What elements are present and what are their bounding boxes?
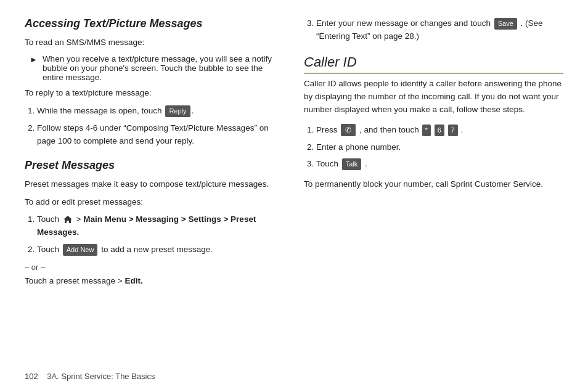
preset-messages-section: Preset Messages Preset messages make it …: [25, 159, 284, 288]
caller-id-step-2: Enter a phone number.: [316, 141, 563, 154]
caller-id-step-1-middle: , and then touch: [359, 125, 422, 134]
right-column: Enter your new message or changes and to…: [304, 17, 563, 293]
reply-step-1-period: .: [192, 106, 194, 115]
preset-intro: Preset messages make it easy to compose …: [25, 178, 284, 191]
save-button-inline: Save: [494, 18, 517, 30]
reply-button-inline: Reply: [165, 105, 190, 117]
preset-step-2: Touch Add New to add a new preset messag…: [37, 243, 284, 256]
caller-id-intro: Caller ID allows people to identify a ca…: [304, 78, 563, 116]
top-step-list: Enter your new message or changes and to…: [304, 17, 563, 43]
caller-id-step-3-touch: Touch: [316, 159, 341, 168]
read-sms-intro: To read an SMS/MMS message:: [25, 36, 284, 49]
edit-bold: Edit.: [125, 276, 142, 285]
caller-id-steps-list: Press ✆ , and then touch * 6 7 . Enter a…: [304, 124, 563, 171]
reply-step-2-text: Follow steps 4-6 under “Composing Text/P…: [37, 123, 269, 145]
reply-step-2: Follow steps 4-6 under “Composing Text/P…: [37, 122, 284, 148]
accessing-messages-heading: Accessing Text/Picture Messages: [25, 17, 284, 30]
page-footer: 102 3A. Sprint Service: The Basics: [25, 372, 155, 381]
block-number-text: To permanently block your number, call S…: [304, 178, 563, 191]
add-edit-intro: To add or edit preset messages:: [25, 196, 284, 209]
reply-step-1-text-before: While the message is open, touch: [37, 106, 164, 115]
top-step-3: Enter your new message or changes and to…: [316, 17, 563, 43]
top-step-3-text: Enter your new message or changes and to…: [316, 18, 491, 28]
or-line: – or –: [25, 261, 284, 274]
bullet-item-1: ► When you receive a text/picture messag…: [25, 54, 284, 82]
preset-messages-heading: Preset Messages: [25, 159, 284, 172]
caller-id-step-1-press: Press: [316, 125, 340, 134]
caller-id-heading: Caller ID: [304, 54, 563, 74]
add-new-button-inline: Add New: [63, 244, 98, 256]
bullet-arrow-icon: ►: [30, 55, 38, 64]
six-key: 6: [435, 125, 444, 136]
touch-preset-line: Touch a preset message > Edit.: [25, 275, 284, 288]
seven-key: 7: [448, 125, 458, 136]
caller-id-step-3: Touch Talk .: [316, 158, 563, 171]
svg-marker-0: [63, 216, 72, 223]
caller-id-step-1: Press ✆ , and then touch * 6 7 .: [316, 124, 563, 137]
preset-step-2-after: to add a new preset message.: [99, 245, 213, 254]
caller-id-step-1-period: .: [460, 125, 463, 134]
bullet-text-1: When you receive a text/picture message,…: [43, 54, 284, 82]
preset-step-1-touch: Touch: [37, 214, 62, 224]
touch-preset-text: Touch a preset message >: [25, 276, 125, 285]
preset-steps-list: Touch > Main Menu > Messaging > Settings…: [25, 213, 284, 256]
star-key: *: [422, 125, 431, 136]
left-column: Accessing Text/Picture Messages To read …: [25, 17, 284, 293]
caller-id-step-3-period: .: [365, 159, 367, 168]
reply-steps-list: While the message is open, touch Reply. …: [25, 105, 284, 148]
preset-step-2-touch: Touch: [37, 245, 62, 254]
reply-intro: To reply to a text/picture message:: [25, 87, 284, 100]
caller-id-step-2-text: Enter a phone number.: [316, 142, 401, 152]
talk-button-inline: Talk: [342, 158, 362, 170]
chapter-label: 3A. Sprint Service: The Basics: [47, 372, 155, 381]
home-icon: [63, 215, 73, 224]
phone-icon: ✆: [341, 124, 356, 137]
reply-step-1: While the message is open, touch Reply.: [37, 105, 284, 118]
preset-step-1: Touch > Main Menu > Messaging > Settings…: [37, 213, 284, 239]
page-number: 102: [25, 372, 38, 381]
